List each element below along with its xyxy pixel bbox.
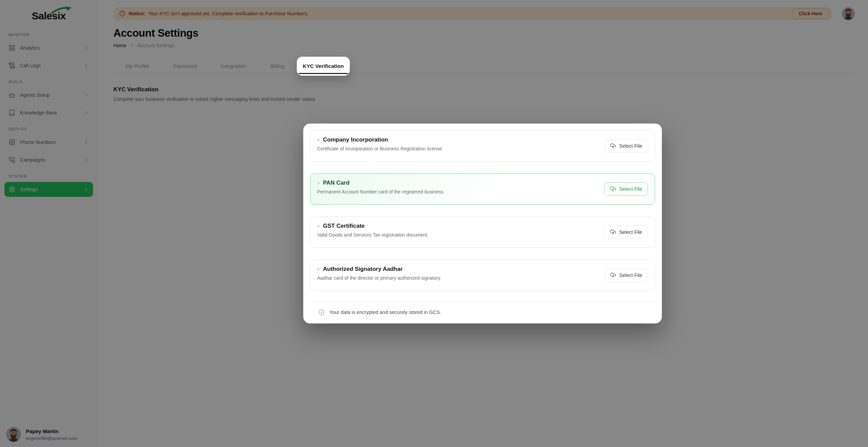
select-file-button-aadhar[interactable]: Select File	[604, 268, 648, 282]
doc-card-pan-card: PAN Card Permanent Account Number card o…	[310, 173, 655, 205]
doc-card-gst-certificate: GST Certificate Valid Goods and Services…	[310, 217, 655, 248]
status-dot	[317, 139, 320, 141]
select-file-label: Select File	[619, 143, 642, 149]
upload-cloud-icon	[610, 272, 616, 278]
doc-card-authorized-signatory-aadhar: Authorized Signatory Aadhar Aadhar card …	[310, 260, 655, 291]
status-dot	[317, 225, 320, 227]
active-tab-underline	[299, 73, 348, 74]
doc-description: Permanent Account Number card of the reg…	[317, 189, 648, 194]
document-list: Company Incorporation Certificate of Inc…	[310, 130, 655, 291]
doc-title: Authorized Signatory Aadhar	[323, 266, 403, 273]
tab-kyc-verification[interactable]: KYC Verification	[297, 57, 350, 76]
select-file-button-gst-certificate[interactable]: Select File	[604, 225, 648, 239]
kyc-upload-modal: Company Incorporation Certificate of Inc…	[303, 124, 662, 323]
doc-card-company-incorporation: Company Incorporation Certificate of Inc…	[310, 130, 655, 162]
upload-cloud-icon	[610, 186, 616, 192]
doc-description: Certificate of Incorporation or Business…	[317, 146, 648, 151]
app-window: Salesix MONITOR Analytics Call Logs BUIL…	[0, 0, 868, 447]
shield-check-icon	[318, 309, 325, 316]
upload-cloud-icon	[610, 143, 616, 149]
doc-title: Company Incorporation	[323, 136, 388, 143]
upload-cloud-icon	[610, 229, 616, 235]
security-note: Your data is encrypted and securely stor…	[329, 310, 441, 315]
doc-title: PAN Card	[323, 180, 349, 186]
select-file-button-pan-card[interactable]: Select File	[604, 182, 648, 196]
doc-description: Valid Goods and Services Tax registratio…	[317, 232, 648, 238]
status-dot	[317, 182, 320, 184]
active-tab-label: KYC Verification	[303, 63, 344, 69]
select-file-button-company-incorporation[interactable]: Select File	[604, 139, 648, 153]
status-dot	[317, 268, 320, 271]
select-file-label: Select File	[619, 229, 642, 235]
doc-description: Aadhar card of the director or primary a…	[317, 275, 648, 281]
select-file-label: Select File	[619, 186, 642, 192]
doc-title: GST Certificate	[323, 223, 365, 229]
modal-footer: Your data is encrypted and securely stor…	[310, 301, 655, 323]
select-file-label: Select File	[619, 273, 642, 278]
